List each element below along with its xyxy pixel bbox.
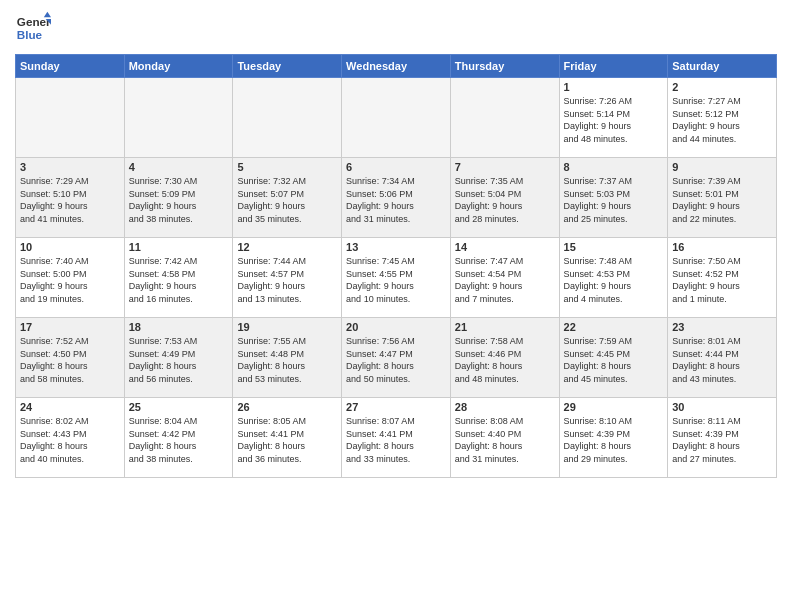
day-number: 7 <box>455 161 555 173</box>
calendar-cell: 3Sunrise: 7:29 AM Sunset: 5:10 PM Daylig… <box>16 158 125 238</box>
day-info: Sunrise: 7:34 AM Sunset: 5:06 PM Dayligh… <box>346 175 446 225</box>
day-number: 2 <box>672 81 772 93</box>
day-number: 25 <box>129 401 229 413</box>
calendar-cell: 17Sunrise: 7:52 AM Sunset: 4:50 PM Dayli… <box>16 318 125 398</box>
day-number: 14 <box>455 241 555 253</box>
calendar-cell: 6Sunrise: 7:34 AM Sunset: 5:06 PM Daylig… <box>342 158 451 238</box>
calendar-cell: 1Sunrise: 7:26 AM Sunset: 5:14 PM Daylig… <box>559 78 668 158</box>
calendar-cell: 26Sunrise: 8:05 AM Sunset: 4:41 PM Dayli… <box>233 398 342 478</box>
week-row-2: 3Sunrise: 7:29 AM Sunset: 5:10 PM Daylig… <box>16 158 777 238</box>
day-number: 20 <box>346 321 446 333</box>
calendar-cell: 9Sunrise: 7:39 AM Sunset: 5:01 PM Daylig… <box>668 158 777 238</box>
calendar-cell: 12Sunrise: 7:44 AM Sunset: 4:57 PM Dayli… <box>233 238 342 318</box>
calendar-cell: 30Sunrise: 8:11 AM Sunset: 4:39 PM Dayli… <box>668 398 777 478</box>
day-number: 4 <box>129 161 229 173</box>
calendar-cell <box>450 78 559 158</box>
day-info: Sunrise: 8:08 AM Sunset: 4:40 PM Dayligh… <box>455 415 555 465</box>
day-info: Sunrise: 7:52 AM Sunset: 4:50 PM Dayligh… <box>20 335 120 385</box>
day-number: 10 <box>20 241 120 253</box>
day-info: Sunrise: 7:40 AM Sunset: 5:00 PM Dayligh… <box>20 255 120 305</box>
weekday-header-saturday: Saturday <box>668 55 777 78</box>
day-info: Sunrise: 8:01 AM Sunset: 4:44 PM Dayligh… <box>672 335 772 385</box>
day-info: Sunrise: 7:59 AM Sunset: 4:45 PM Dayligh… <box>564 335 664 385</box>
day-number: 24 <box>20 401 120 413</box>
day-info: Sunrise: 7:32 AM Sunset: 5:07 PM Dayligh… <box>237 175 337 225</box>
day-number: 16 <box>672 241 772 253</box>
calendar-cell: 16Sunrise: 7:50 AM Sunset: 4:52 PM Dayli… <box>668 238 777 318</box>
day-info: Sunrise: 8:02 AM Sunset: 4:43 PM Dayligh… <box>20 415 120 465</box>
calendar-cell: 8Sunrise: 7:37 AM Sunset: 5:03 PM Daylig… <box>559 158 668 238</box>
day-number: 19 <box>237 321 337 333</box>
day-number: 22 <box>564 321 664 333</box>
logo: General Blue <box>15 10 51 46</box>
calendar-cell: 27Sunrise: 8:07 AM Sunset: 4:41 PM Dayli… <box>342 398 451 478</box>
day-info: Sunrise: 8:05 AM Sunset: 4:41 PM Dayligh… <box>237 415 337 465</box>
calendar-cell: 11Sunrise: 7:42 AM Sunset: 4:58 PM Dayli… <box>124 238 233 318</box>
day-info: Sunrise: 7:53 AM Sunset: 4:49 PM Dayligh… <box>129 335 229 385</box>
calendar-cell: 15Sunrise: 7:48 AM Sunset: 4:53 PM Dayli… <box>559 238 668 318</box>
day-number: 17 <box>20 321 120 333</box>
day-number: 29 <box>564 401 664 413</box>
weekday-header-friday: Friday <box>559 55 668 78</box>
calendar-cell: 29Sunrise: 8:10 AM Sunset: 4:39 PM Dayli… <box>559 398 668 478</box>
day-info: Sunrise: 7:55 AM Sunset: 4:48 PM Dayligh… <box>237 335 337 385</box>
calendar-cell: 7Sunrise: 7:35 AM Sunset: 5:04 PM Daylig… <box>450 158 559 238</box>
day-number: 23 <box>672 321 772 333</box>
calendar-cell: 14Sunrise: 7:47 AM Sunset: 4:54 PM Dayli… <box>450 238 559 318</box>
calendar-cell: 28Sunrise: 8:08 AM Sunset: 4:40 PM Dayli… <box>450 398 559 478</box>
calendar-cell: 24Sunrise: 8:02 AM Sunset: 4:43 PM Dayli… <box>16 398 125 478</box>
weekday-header-monday: Monday <box>124 55 233 78</box>
calendar-cell: 10Sunrise: 7:40 AM Sunset: 5:00 PM Dayli… <box>16 238 125 318</box>
calendar-cell: 4Sunrise: 7:30 AM Sunset: 5:09 PM Daylig… <box>124 158 233 238</box>
weekday-header-wednesday: Wednesday <box>342 55 451 78</box>
day-number: 30 <box>672 401 772 413</box>
day-info: Sunrise: 7:37 AM Sunset: 5:03 PM Dayligh… <box>564 175 664 225</box>
day-info: Sunrise: 7:58 AM Sunset: 4:46 PM Dayligh… <box>455 335 555 385</box>
week-row-3: 10Sunrise: 7:40 AM Sunset: 5:00 PM Dayli… <box>16 238 777 318</box>
calendar-cell: 23Sunrise: 8:01 AM Sunset: 4:44 PM Dayli… <box>668 318 777 398</box>
day-number: 12 <box>237 241 337 253</box>
day-number: 11 <box>129 241 229 253</box>
calendar-cell <box>342 78 451 158</box>
logo-icon: General Blue <box>15 10 51 46</box>
weekday-header-tuesday: Tuesday <box>233 55 342 78</box>
day-info: Sunrise: 8:07 AM Sunset: 4:41 PM Dayligh… <box>346 415 446 465</box>
day-info: Sunrise: 7:50 AM Sunset: 4:52 PM Dayligh… <box>672 255 772 305</box>
day-info: Sunrise: 7:39 AM Sunset: 5:01 PM Dayligh… <box>672 175 772 225</box>
calendar-cell <box>124 78 233 158</box>
weekday-header-sunday: Sunday <box>16 55 125 78</box>
calendar-cell: 18Sunrise: 7:53 AM Sunset: 4:49 PM Dayli… <box>124 318 233 398</box>
calendar-cell: 25Sunrise: 8:04 AM Sunset: 4:42 PM Dayli… <box>124 398 233 478</box>
day-info: Sunrise: 7:26 AM Sunset: 5:14 PM Dayligh… <box>564 95 664 145</box>
day-info: Sunrise: 7:35 AM Sunset: 5:04 PM Dayligh… <box>455 175 555 225</box>
day-number: 13 <box>346 241 446 253</box>
calendar-cell: 20Sunrise: 7:56 AM Sunset: 4:47 PM Dayli… <box>342 318 451 398</box>
calendar-table: SundayMondayTuesdayWednesdayThursdayFrid… <box>15 54 777 478</box>
calendar-cell <box>16 78 125 158</box>
week-row-1: 1Sunrise: 7:26 AM Sunset: 5:14 PM Daylig… <box>16 78 777 158</box>
day-number: 8 <box>564 161 664 173</box>
calendar-cell: 2Sunrise: 7:27 AM Sunset: 5:12 PM Daylig… <box>668 78 777 158</box>
day-number: 26 <box>237 401 337 413</box>
calendar-cell: 5Sunrise: 7:32 AM Sunset: 5:07 PM Daylig… <box>233 158 342 238</box>
week-row-4: 17Sunrise: 7:52 AM Sunset: 4:50 PM Dayli… <box>16 318 777 398</box>
day-number: 28 <box>455 401 555 413</box>
day-info: Sunrise: 8:04 AM Sunset: 4:42 PM Dayligh… <box>129 415 229 465</box>
weekday-header-row: SundayMondayTuesdayWednesdayThursdayFrid… <box>16 55 777 78</box>
week-row-5: 24Sunrise: 8:02 AM Sunset: 4:43 PM Dayli… <box>16 398 777 478</box>
day-info: Sunrise: 8:11 AM Sunset: 4:39 PM Dayligh… <box>672 415 772 465</box>
day-number: 15 <box>564 241 664 253</box>
day-info: Sunrise: 7:48 AM Sunset: 4:53 PM Dayligh… <box>564 255 664 305</box>
day-number: 21 <box>455 321 555 333</box>
day-number: 9 <box>672 161 772 173</box>
day-number: 27 <box>346 401 446 413</box>
day-number: 3 <box>20 161 120 173</box>
calendar-cell <box>233 78 342 158</box>
day-info: Sunrise: 7:27 AM Sunset: 5:12 PM Dayligh… <box>672 95 772 145</box>
day-info: Sunrise: 7:47 AM Sunset: 4:54 PM Dayligh… <box>455 255 555 305</box>
weekday-header-thursday: Thursday <box>450 55 559 78</box>
day-info: Sunrise: 7:44 AM Sunset: 4:57 PM Dayligh… <box>237 255 337 305</box>
day-number: 1 <box>564 81 664 93</box>
day-number: 6 <box>346 161 446 173</box>
day-info: Sunrise: 7:30 AM Sunset: 5:09 PM Dayligh… <box>129 175 229 225</box>
